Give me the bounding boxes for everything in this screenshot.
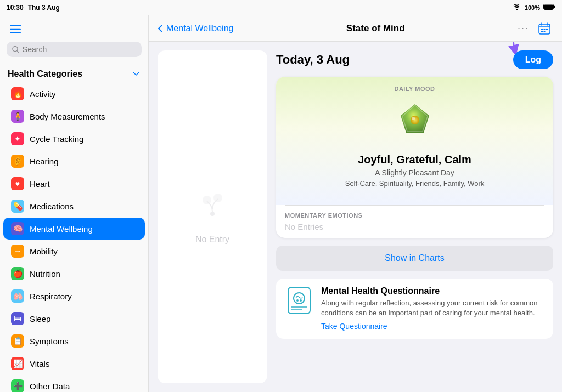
main-content: Mental Wellbeing State of Mind ··· (149, 15, 562, 392)
mobility-icon: → (11, 245, 24, 258)
calendar-icon (538, 22, 551, 35)
calendar-button[interactable] (536, 20, 553, 37)
svg-rect-14 (541, 31, 543, 32)
show-in-charts-button[interactable]: Show in Charts (276, 246, 553, 271)
svg-rect-3 (10, 29, 21, 30)
status-left: 10:30 Thu 3 Aug (7, 4, 60, 12)
sidebar-item-label-mobility: Mobility (30, 247, 58, 256)
sidebar-icon-row (7, 22, 142, 36)
sidebar-item-label-other: Other Data (30, 382, 70, 391)
daily-mood-label: DAILY MOOD (285, 86, 544, 92)
sidebar-item-mental[interactable]: 🧠Mental Wellbeing (3, 218, 145, 240)
status-bar: 10:30 Thu 3 Aug 100% (0, 0, 562, 15)
sidebar-item-heart[interactable]: ♥Heart (3, 173, 145, 195)
search-bar[interactable] (7, 42, 142, 57)
questionnaire-icon-svg (286, 286, 312, 315)
svg-point-19 (411, 116, 419, 124)
svg-rect-11 (541, 29, 543, 30)
svg-point-18 (213, 194, 222, 202)
take-questionnaire-link[interactable]: Take Questionnaire (321, 322, 387, 331)
content-scroll: No Entry Today, 3 Aug Log (149, 42, 562, 392)
sidebar-item-label-heart: Heart (30, 179, 50, 189)
sidebar-item-vitals[interactable]: 📈Vitals (3, 353, 145, 374)
sidebar-item-label-activity: Activity (30, 89, 56, 99)
mood-shape-svg (393, 101, 437, 145)
svg-point-22 (294, 293, 305, 304)
search-input[interactable] (23, 45, 136, 54)
back-button[interactable]: Mental Wellbeing (158, 24, 233, 33)
health-categories-label: Health Categories (8, 69, 82, 79)
sidebar-toggle-button[interactable] (7, 22, 24, 36)
back-label: Mental Wellbeing (166, 24, 233, 33)
svg-point-24 (300, 299, 302, 302)
sidebar: Health Categories 🔥Activity🧍Body Measure… (0, 15, 149, 392)
no-entry-text: No Entry (195, 235, 229, 245)
nav-items-list: 🔥Activity🧍Body Measurements✦Cycle Tracki… (0, 82, 148, 392)
momentary-section: MOMENTARY EMOTIONS No Entries (276, 206, 553, 238)
sidebar-item-hearing[interactable]: 👂Hearing (3, 150, 145, 172)
sidebar-item-label-body: Body Measurements (30, 112, 105, 121)
sidebar-item-medications[interactable]: 💊Medications (3, 195, 145, 217)
sidebar-item-activity[interactable]: 🔥Activity (3, 83, 145, 105)
status-time: 10:30 (7, 4, 24, 12)
vitals-icon: 📈 (11, 357, 24, 370)
mood-title: Joyful, Grateful, Calm (285, 154, 544, 166)
date-title: Today, 3 Aug (276, 53, 350, 67)
health-categories-header: Health Categories (0, 64, 148, 82)
sidebar-item-other[interactable]: ➕Other Data (3, 375, 145, 392)
sidebar-item-cycle[interactable]: ✦Cycle Tracking (3, 128, 145, 150)
questionnaire-card: Mental Health Questionnaire Along with r… (276, 279, 553, 339)
sidebar-item-label-symptoms: Symptoms (30, 337, 69, 346)
battery-icon (543, 4, 555, 11)
sidebar-item-label-medications: Medications (30, 202, 74, 211)
activity-icon: 🔥 (11, 87, 24, 100)
chevron-down-icon (132, 70, 140, 78)
svg-point-17 (203, 196, 211, 204)
heart-icon: ♥ (11, 177, 24, 190)
more-options-button[interactable]: ··· (518, 22, 529, 34)
sidebar-item-mobility[interactable]: →Mobility (3, 240, 145, 262)
status-date: Thu 3 Aug (28, 4, 60, 12)
sidebar-item-label-respiratory: Respiratory (30, 292, 72, 301)
date-header: Today, 3 Aug Log (276, 50, 553, 69)
svg-rect-15 (543, 31, 545, 32)
momentary-label: MOMENTARY EMOTIONS (285, 212, 544, 219)
mood-tags: Self-Care, Spirituality, Friends, Family… (285, 179, 544, 188)
right-panel: Today, 3 Aug Log (276, 50, 553, 383)
svg-line-6 (17, 51, 19, 53)
sleep-icon: 🛏 (11, 312, 24, 325)
page-title: State of Mind (346, 23, 405, 34)
symptoms-icon: 📋 (11, 334, 24, 348)
momentary-no-entries: No Entries (285, 222, 544, 231)
sidebar-item-nutrition[interactable]: 🍎Nutrition (3, 263, 145, 285)
mood-subtitle: A Slightly Pleasant Day (285, 168, 544, 177)
sidebar-top (0, 15, 148, 64)
svg-point-16 (210, 212, 215, 216)
cycle-icon: ✦ (11, 132, 24, 145)
battery-status: 100% (525, 4, 540, 11)
svg-rect-4 (10, 32, 21, 34)
sidebar-item-label-nutrition: Nutrition (30, 269, 60, 279)
sidebar-item-label-sleep: Sleep (30, 314, 50, 323)
sidebar-item-symptoms[interactable]: 📋Symptoms (3, 330, 145, 352)
no-entry-panel: No Entry (158, 50, 267, 383)
status-right: 100% (513, 4, 555, 12)
svg-rect-1 (544, 5, 553, 9)
plant-icon (196, 189, 229, 222)
hearing-icon: 👂 (11, 155, 24, 168)
sidebar-item-label-cycle: Cycle Tracking (30, 134, 83, 144)
sidebar-item-sleep[interactable]: 🛏Sleep (3, 308, 145, 329)
questionnaire-icon (285, 286, 313, 315)
questionnaire-content: Mental Health Questionnaire Along with r… (321, 286, 544, 331)
body-icon: 🧍 (11, 110, 24, 123)
sidebar-item-respiratory[interactable]: 🫁Respiratory (3, 285, 145, 307)
nav-bar: Mental Wellbeing State of Mind ··· (149, 15, 562, 42)
sidebar-item-body[interactable]: 🧍Body Measurements (3, 105, 145, 127)
app-container: Health Categories 🔥Activity🧍Body Measure… (0, 15, 562, 392)
svg-rect-13 (546, 29, 548, 30)
svg-point-20 (412, 117, 415, 120)
wifi-icon (513, 4, 521, 12)
log-button[interactable]: Log (513, 50, 553, 69)
no-entry-icon (196, 189, 229, 228)
back-chevron-icon (158, 24, 163, 33)
